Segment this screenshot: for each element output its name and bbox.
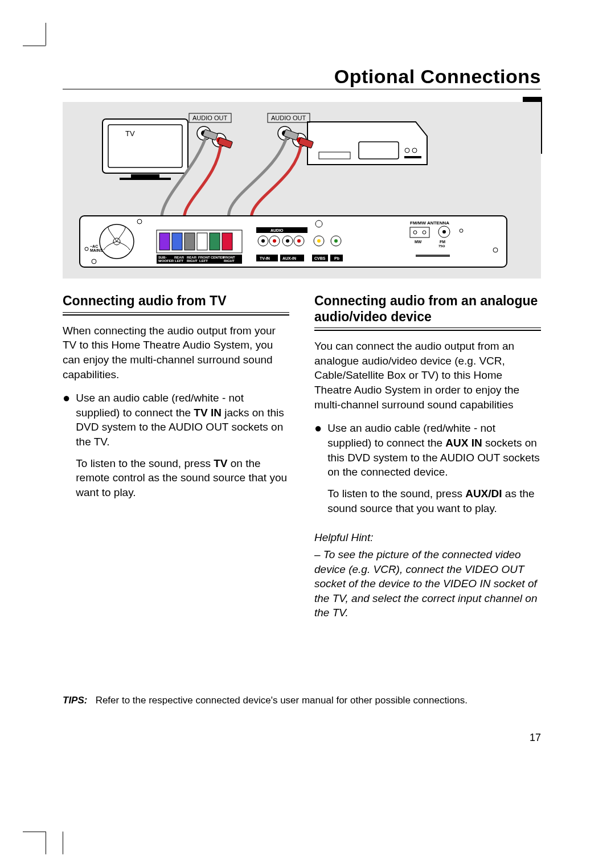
bullet-icon: ● (63, 391, 70, 506)
title-rule: Optional Connections (63, 65, 541, 89)
hint-label: Helpful Hint: (314, 530, 541, 545)
svg-text:MAINS: MAINS (90, 248, 103, 252)
page-number: 17 (530, 732, 541, 744)
hint-body: – To see the picture of the connected vi… (314, 547, 541, 620)
left-intro: When connecting the audio output from yo… (63, 324, 289, 382)
svg-point-86 (137, 219, 142, 224)
tv-label: TV (125, 129, 135, 138)
left-column: Connecting audio from TV When connecting… (63, 293, 289, 629)
svg-text:~AC: ~AC (90, 244, 98, 248)
right-heading: Connecting audio from an analogue audio/… (314, 293, 541, 326)
svg-point-66 (317, 239, 321, 243)
svg-text:FM/MW ANTENNA: FM/MW ANTENNA (410, 220, 449, 226)
page-content: Optional Connections English TV AUDIO OU… (63, 65, 541, 629)
left-bullet-text-2: To listen to the sound, press TV on the … (76, 456, 289, 500)
bullet-body: Use an audio cable (red/white - not supp… (327, 421, 541, 522)
svg-text:TV-IN: TV-IN (260, 256, 270, 260)
svg-text:LEFT: LEFT (175, 259, 183, 263)
svg-rect-3 (120, 178, 171, 180)
svg-rect-85 (416, 255, 450, 257)
svg-rect-35 (184, 233, 195, 250)
svg-text:RIGHT: RIGHT (224, 259, 235, 263)
svg-point-79 (442, 230, 446, 234)
svg-text:RIGHT: RIGHT (187, 259, 198, 263)
speaker-terminals (157, 230, 242, 253)
connection-diagram: TV AUDIO OUT (63, 102, 541, 279)
heading-rule (63, 312, 289, 316)
svg-point-60 (297, 239, 301, 243)
svg-point-56 (273, 239, 276, 243)
svg-rect-11 (359, 142, 399, 159)
right-bullet-text: Use an audio cable (red/white - not supp… (327, 421, 541, 480)
svg-rect-38 (222, 233, 232, 250)
external-device-icon (308, 122, 427, 165)
svg-text:AUDIO OUT: AUDIO OUT (192, 114, 227, 121)
rear-panel: ~AC MAINS SUB-WOOFER REARLE (80, 216, 507, 267)
tips-footer: TIPS: Refer to the respective connected … (63, 695, 541, 706)
svg-text:MW: MW (415, 240, 422, 244)
tv-icon: TV (102, 119, 188, 180)
svg-rect-34 (172, 233, 182, 250)
svg-point-58 (286, 239, 289, 243)
svg-text:FM: FM (440, 240, 445, 244)
svg-rect-36 (197, 233, 207, 250)
svg-text:CVBS: CVBS (314, 256, 326, 260)
svg-text:AUX-IN: AUX-IN (282, 256, 296, 260)
svg-text:AUDIO: AUDIO (270, 228, 284, 232)
svg-rect-75 (410, 227, 429, 238)
page-title: Optional Connections (63, 65, 541, 88)
svg-text:75Ω: 75Ω (438, 244, 445, 248)
svg-rect-33 (159, 233, 170, 250)
right-bullet-text-2: To listen to the sound, press AUX/DI as … (327, 486, 541, 515)
svg-text:Pb: Pb (334, 256, 339, 260)
right-column: Connecting audio from an analogue audio/… (314, 293, 541, 629)
bullet-icon: ● (314, 421, 322, 522)
left-bullet-text: Use an audio cable (red/white - not supp… (76, 391, 289, 449)
svg-text:WOOFER: WOOFER (158, 259, 174, 263)
svg-rect-1 (108, 125, 182, 167)
heading-rule (314, 327, 541, 331)
left-bullet: ● Use an audio cable (red/white - not su… (63, 391, 289, 506)
left-heading: Connecting audio from TV (63, 293, 289, 311)
tips-body: Refer to the respective connected device… (96, 695, 468, 706)
bullet-body: Use an audio cable (red/white - not supp… (76, 391, 289, 506)
tips-label: TIPS: (63, 695, 87, 706)
svg-text:LEFT: LEFT (199, 259, 208, 263)
right-intro: You can connect the audio output from an… (314, 339, 541, 412)
svg-point-70 (334, 239, 338, 243)
svg-rect-2 (131, 174, 159, 178)
svg-rect-10 (319, 152, 350, 159)
svg-text:AUDIO OUT: AUDIO OUT (271, 114, 306, 121)
svg-rect-14 (404, 156, 421, 158)
svg-point-54 (261, 239, 265, 243)
right-bullet: ● Use an audio cable (red/white - not su… (314, 421, 541, 522)
svg-rect-37 (210, 233, 220, 250)
diagram-svg: TV AUDIO OUT (63, 102, 541, 279)
